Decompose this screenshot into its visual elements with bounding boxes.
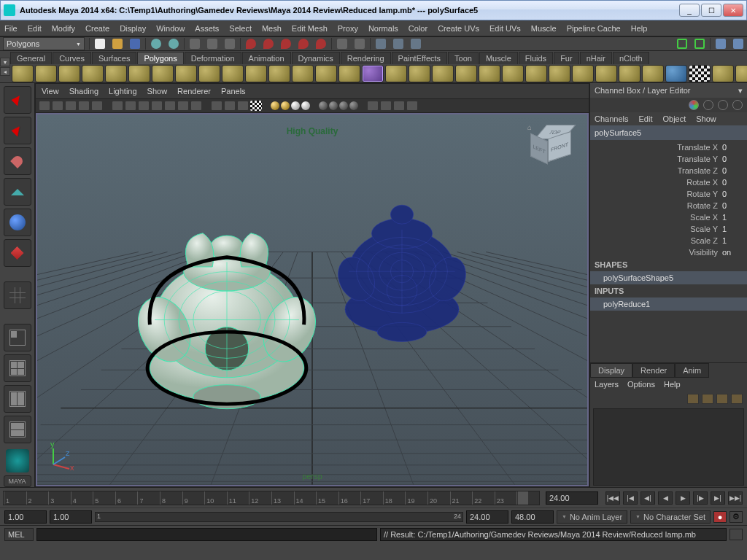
minimize-button[interactable]: _ xyxy=(679,4,700,17)
vp-wireshaded-icon[interactable] xyxy=(237,101,249,111)
shelf-button-26[interactable] xyxy=(619,65,640,82)
vp-shadows-icon[interactable] xyxy=(319,101,328,110)
layer-new-selected-icon[interactable] xyxy=(731,394,743,404)
toggle-toolsettings-icon[interactable] xyxy=(692,37,708,50)
axis-orient-icon[interactable] xyxy=(689,100,699,110)
range-track[interactable]: 1 24 xyxy=(95,512,463,522)
vp-2d-pan-icon[interactable] xyxy=(78,101,90,111)
channel-scale-y[interactable]: Scale Y1 xyxy=(590,223,747,235)
vp-menu-renderer[interactable]: Renderer xyxy=(177,87,211,96)
layer-moveup-icon[interactable] xyxy=(687,394,699,404)
vp-menu-view[interactable]: View xyxy=(42,87,59,96)
menu-window[interactable]: Window xyxy=(156,24,185,33)
vp-menu-lighting[interactable]: Lighting xyxy=(109,87,137,96)
menu-edit[interactable]: Edit xyxy=(28,24,42,33)
animlayer-dropdown[interactable]: ▼No Anim Layer xyxy=(557,510,627,524)
ipr-icon[interactable] xyxy=(390,37,406,50)
close-button[interactable]: ✕ xyxy=(723,4,743,17)
lasso-tool[interactable] xyxy=(4,117,31,144)
vp-menu-show[interactable]: Show xyxy=(147,87,168,96)
charset-dropdown[interactable]: ▼No Character Set xyxy=(630,510,711,524)
vp-light-default-icon[interactable] xyxy=(281,101,290,110)
vp-light-all-icon[interactable] xyxy=(271,101,279,110)
layout-four[interactable] xyxy=(4,354,31,382)
go-start-button[interactable]: |◀◀ xyxy=(605,491,620,505)
shelf-tab-nhair[interactable]: nHair xyxy=(580,52,612,64)
range-max-outer[interactable]: 48.00 xyxy=(511,510,554,524)
menu-color[interactable]: Color xyxy=(409,24,427,33)
new-scene-icon[interactable] xyxy=(92,37,108,50)
layer-menu-options[interactable]: Options xyxy=(627,380,655,389)
toggle-attreditor-icon[interactable] xyxy=(674,37,690,50)
shelf-button-10[interactable] xyxy=(245,65,267,82)
script-editor-button[interactable] xyxy=(729,529,743,540)
snap-plane-icon[interactable] xyxy=(295,37,311,50)
play-back-button[interactable]: ◀ xyxy=(658,491,673,505)
shelf-tab-toon[interactable]: Toon xyxy=(448,52,479,64)
shelf-tab-general[interactable]: General xyxy=(10,52,52,64)
layout-two-stack[interactable] xyxy=(4,416,31,443)
shelf-button-16[interactable] xyxy=(385,65,407,82)
channel-rotate-x[interactable]: Rotate X0 xyxy=(590,176,747,188)
scale-tool[interactable] xyxy=(4,239,31,267)
layer-tab-display[interactable]: Display xyxy=(590,363,632,378)
manip-speed-slow-icon[interactable] xyxy=(703,100,713,110)
shelf-button-21[interactable] xyxy=(502,65,524,82)
layer-tab-anim[interactable]: Anim xyxy=(675,363,709,378)
command-input[interactable] xyxy=(36,528,377,541)
menu-proxy[interactable]: Proxy xyxy=(338,24,358,33)
rotate-tool[interactable] xyxy=(4,209,31,236)
shelf-button-22[interactable] xyxy=(525,65,547,82)
vp-field-chart-icon[interactable] xyxy=(164,101,176,111)
menu-select[interactable]: Select xyxy=(229,24,252,33)
channel-scale-x[interactable]: Scale X1 xyxy=(590,211,747,223)
history-icon[interactable] xyxy=(334,37,350,50)
autokey-button[interactable]: ● xyxy=(713,511,727,523)
channel-visibility[interactable]: Visibilityon xyxy=(590,246,747,258)
key-back-button[interactable]: ◀| xyxy=(640,491,655,505)
shelf-tab-curves[interactable]: Curves xyxy=(53,52,91,64)
vp-gate-mask-icon[interactable] xyxy=(151,101,163,111)
vp-light-flat-icon[interactable] xyxy=(291,101,300,110)
shelf-button-11[interactable] xyxy=(268,65,290,82)
menu-pipelinecache[interactable]: Pipeline Cache xyxy=(567,24,621,33)
shelf-tab-muscle[interactable]: Muscle xyxy=(479,52,518,64)
save-scene-icon[interactable] xyxy=(127,37,143,50)
shelf-button-8[interactable] xyxy=(198,65,220,82)
menu-create[interactable]: Create xyxy=(85,24,109,33)
go-end-button[interactable]: ▶▶| xyxy=(728,491,743,505)
key-fwd-button[interactable]: |▶ xyxy=(693,491,708,505)
vp-grease-icon[interactable] xyxy=(91,101,103,111)
vp-aa-icon[interactable] xyxy=(349,101,358,110)
layer-list[interactable] xyxy=(593,408,744,486)
vp-grid-icon[interactable] xyxy=(112,101,123,111)
menu-normals[interactable]: Normals xyxy=(368,24,398,33)
snap-live-icon[interactable] xyxy=(313,37,329,50)
sel-hierarchy-icon[interactable] xyxy=(187,37,203,50)
select-tool[interactable] xyxy=(4,86,31,114)
paint-select-tool[interactable] xyxy=(4,147,31,175)
menu-muscle[interactable]: Muscle xyxy=(531,24,557,33)
menu-editmesh[interactable]: Edit Mesh xyxy=(292,24,328,33)
vp-motion-blur-icon[interactable] xyxy=(339,101,348,110)
layer-new-empty-icon[interactable] xyxy=(716,394,728,404)
menuset-dropdown[interactable]: Polygons ▼ xyxy=(3,37,85,50)
viewcube-home-icon[interactable]: ⌂ xyxy=(527,123,532,131)
channel-translate-x[interactable]: Translate X0 xyxy=(590,141,747,153)
vp-select-camera-icon[interactable] xyxy=(39,101,50,111)
vp-image-plane-icon[interactable] xyxy=(65,101,77,111)
vp-safe-title-icon[interactable] xyxy=(190,101,202,111)
channel-rotate-z[interactable]: Rotate Z0 xyxy=(590,200,747,211)
range-max-inner[interactable]: 24.00 xyxy=(466,510,508,524)
shelf-button-17[interactable] xyxy=(409,65,430,82)
cb-menu-show[interactable]: Show xyxy=(696,114,716,123)
channel-scale-z[interactable]: Scale Z1 xyxy=(590,235,747,246)
input-node[interactable]: polyReduce1 xyxy=(590,298,747,311)
viewport[interactable]: High Quality persp y x z ⌂ TOP LEFT FRON… xyxy=(36,113,589,486)
redo-icon[interactable] xyxy=(166,37,182,50)
layer-menu-layers[interactable]: Layers xyxy=(595,380,619,389)
menu-display[interactable]: Display xyxy=(120,24,146,33)
shelf-button-2[interactable] xyxy=(58,65,80,82)
shelf-tab-surfaces[interactable]: Surfaces xyxy=(92,52,136,64)
vp-ao-icon[interactable] xyxy=(329,101,338,110)
